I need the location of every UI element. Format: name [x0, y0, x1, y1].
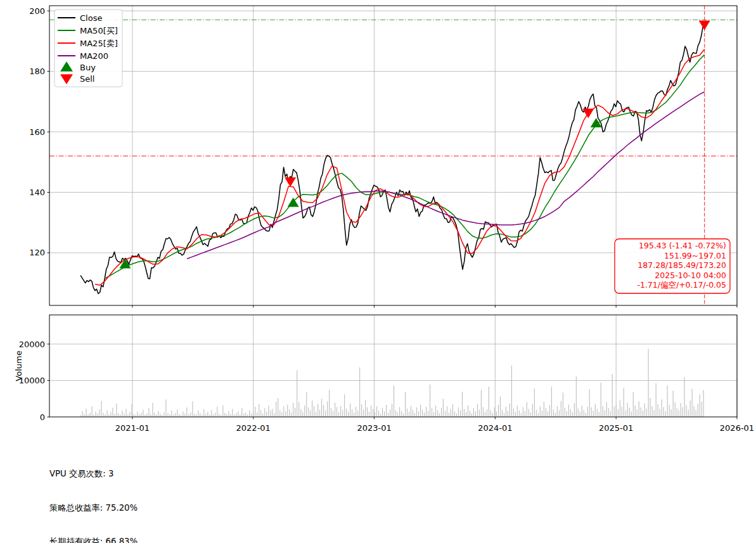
legend-label: MA50[买]	[80, 26, 118, 35]
legend-label: Sell	[80, 74, 94, 84]
figure: 120140160180200010000200002021-012022-01…	[0, 0, 756, 543]
sell-marker	[699, 21, 710, 30]
legend-label: MA25[卖]	[80, 39, 118, 48]
svg-text:2025-01: 2025-01	[599, 423, 633, 433]
annotation-line: 2025-10-10 04:00	[655, 271, 726, 280]
svg-text:2026-01: 2026-01	[720, 423, 754, 433]
svg-text:140: 140	[29, 188, 45, 197]
legend-label: MA200	[80, 51, 108, 61]
annotation-line: 187.28/185.49/173.20	[637, 260, 726, 270]
buy-marker	[591, 118, 602, 127]
ma25-line	[95, 49, 705, 285]
strategy-summary: VPU 交易次数: 3 策略总收益率: 75.20% 长期持有收益: 66.83…	[49, 445, 325, 543]
svg-text:2021-01: 2021-01	[115, 423, 150, 433]
price-annotation: 195.43 (-1.41 -0.72%)151.99~197.01187.28…	[615, 239, 730, 293]
trade-markers	[119, 21, 710, 269]
sell-marker	[285, 177, 296, 187]
annotation-line: 195.43 (-1.41 -0.72%)	[639, 241, 726, 250]
legend-label: Close	[80, 13, 102, 23]
svg-text:2023-01: 2023-01	[357, 423, 391, 433]
svg-text:160: 160	[29, 127, 45, 137]
svg-text:20000: 20000	[19, 340, 45, 349]
ma200-line	[187, 92, 705, 259]
summary-line-hold-return: 长期持有收益: 66.83%	[49, 536, 325, 543]
summary-line-trade-count: VPU 交易次数: 3	[49, 468, 325, 480]
tick-labels: 120140160180200010000200002021-012022-01…	[19, 6, 755, 433]
sell-marker	[582, 109, 594, 118]
legend: CloseMA50[买]MA25[卖]MA200BuySell	[54, 10, 122, 87]
axes-frame	[49, 6, 737, 417]
svg-text:120: 120	[29, 248, 45, 257]
annotation-line: -1.71/偏空/+0.17/-0.05	[637, 280, 726, 290]
svg-text:0: 0	[40, 412, 45, 422]
volume-bars	[80, 349, 704, 418]
summary-line-strategy-return: 策略总收益率: 75.20%	[49, 502, 325, 514]
svg-text:200: 200	[29, 6, 45, 16]
svg-text:2024-01: 2024-01	[478, 423, 512, 433]
price-volume-chart: 120140160180200010000200002021-012022-01…	[0, 0, 756, 444]
gridlines	[49, 6, 737, 417]
svg-text:2022-01: 2022-01	[236, 423, 271, 433]
svg-text:180: 180	[29, 67, 45, 76]
buy-marker	[288, 198, 299, 207]
tick-marks	[48, 11, 738, 419]
volume-axis-label: Volume	[14, 350, 23, 381]
legend-label: Buy	[80, 63, 96, 72]
annotation-line: 151.99~197.01	[664, 251, 726, 260]
